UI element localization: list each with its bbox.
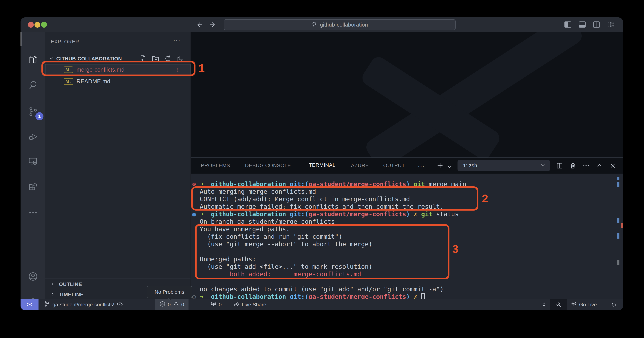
- sidebar-item-remote-explorer[interactable]: [20, 151, 45, 171]
- split-terminal-icon[interactable]: [556, 162, 563, 169]
- tab-azure[interactable]: AZURE: [351, 158, 369, 173]
- toggle-secondary-sidebar-icon[interactable]: [592, 20, 601, 29]
- new-terminal-dropdown-icon[interactable]: [446, 163, 453, 170]
- commit-status-icon[interactable]: [541, 299, 547, 310]
- navigate-back-icon[interactable]: [195, 21, 203, 29]
- search-title: github-collaboration: [320, 22, 368, 28]
- chevron-right-icon: [50, 292, 55, 298]
- navigate-forward-icon[interactable]: [209, 21, 217, 29]
- close-traffic-light[interactable]: [28, 22, 34, 28]
- scroll-mark: [618, 177, 620, 180]
- notifications-bell-icon[interactable]: [611, 299, 617, 310]
- annotation-box-3: [195, 224, 450, 279]
- branch-status-item[interactable]: ga-student/merge-conflicts!: [44, 299, 123, 310]
- go-live-broadcast-icon: [571, 301, 577, 308]
- no-problems-tooltip: No Problems: [147, 286, 192, 298]
- errors-icon: [159, 301, 166, 308]
- warnings-icon: [173, 301, 179, 308]
- live-share-status-item[interactable]: Live Share: [233, 299, 266, 310]
- zoom-status-item[interactable]: [550, 299, 567, 310]
- annotation-box-2: [191, 186, 478, 210]
- ports-count: 0: [219, 302, 222, 308]
- zoom-traffic-light[interactable]: [41, 22, 47, 28]
- annotation-box-1: [42, 61, 196, 76]
- scroll-mark: [618, 182, 620, 187]
- chevron-down-icon: [540, 162, 546, 169]
- customize-layout-icon[interactable]: [606, 20, 615, 29]
- chevron-right-icon: [50, 281, 55, 287]
- minimize-traffic-light[interactable]: [34, 22, 40, 28]
- broadcast-tower-icon: [210, 301, 216, 308]
- go-live-label: Go Live: [579, 302, 597, 308]
- maximize-panel-icon[interactable]: [596, 162, 603, 169]
- git-branch-icon: [44, 301, 50, 308]
- publish-cloud-icon: [116, 301, 123, 308]
- editor-area: [191, 32, 623, 158]
- account-icon[interactable]: [20, 266, 45, 287]
- toggle-sidebar-icon[interactable]: [564, 20, 572, 29]
- tab-problems[interactable]: PROBLEMS: [201, 158, 230, 173]
- scroll-mark: [618, 233, 620, 239]
- live-share-icon: [233, 301, 240, 308]
- markdown-file-icon: M↓: [64, 78, 73, 85]
- go-live-status-item[interactable]: Go Live: [571, 299, 597, 310]
- sidebar-item-extensions[interactable]: [20, 177, 45, 198]
- close-panel-icon[interactable]: [609, 162, 616, 169]
- kill-terminal-trash-icon[interactable]: [569, 162, 576, 169]
- scm-badge: 1: [36, 112, 44, 120]
- annotation-number-3: 3: [452, 242, 458, 255]
- branch-name: ga-student/merge-conflicts!: [52, 302, 114, 308]
- explorer-more-actions-icon[interactable]: ⋯: [173, 36, 181, 45]
- warning-count: 0: [181, 302, 184, 308]
- outline-label: OUTLINE: [59, 281, 82, 287]
- more-tabs-icon[interactable]: ⋯: [418, 163, 425, 170]
- active-view-indicator: [20, 32, 22, 46]
- panel-more-actions-icon[interactable]: [582, 162, 590, 169]
- tab-output[interactable]: OUTPUT: [383, 158, 405, 173]
- command-center-search[interactable]: github-collaboration: [224, 19, 456, 30]
- terminal-picker-label: 1: zsh: [463, 163, 477, 169]
- sidebar-item-run-debug[interactable]: [20, 127, 45, 147]
- search-icon: [312, 21, 318, 28]
- tab-debug-console[interactable]: DEBUG CONSOLE: [245, 158, 291, 173]
- toggle-panel-icon[interactable]: [578, 20, 586, 29]
- live-share-label: Live Share: [242, 302, 266, 308]
- sidebar-item-search[interactable]: [20, 75, 45, 95]
- new-terminal-icon[interactable]: [436, 162, 444, 169]
- more-views-icon[interactable]: [20, 203, 45, 223]
- tooltip-text: No Problems: [154, 289, 184, 295]
- title-bar: github-collaboration: [20, 17, 623, 32]
- timeline-label: TIMELINE: [59, 292, 84, 298]
- annotation-number-2: 2: [482, 192, 488, 205]
- explorer-title: EXPLORER: [51, 39, 79, 45]
- scroll-mark: [618, 218, 620, 223]
- remote-indicator-button[interactable]: ><: [20, 299, 38, 310]
- status-bar: >< ga-student/merge-conflicts! 0 0: [20, 299, 623, 310]
- tab-terminal[interactable]: TERMINAL: [309, 158, 336, 173]
- panel-tab-bar: PROBLEMS DEBUG CONSOLE TERMINAL AZURE OU…: [191, 158, 623, 173]
- ports-status-item[interactable]: 0: [210, 299, 222, 310]
- file-name: README.md: [76, 78, 110, 85]
- sidebar-item-source-control[interactable]: 1: [20, 102, 45, 122]
- annotation-number-1: 1: [198, 61, 205, 75]
- error-count: 0: [168, 302, 171, 308]
- file-row-readme[interactable]: M↓ README.md: [45, 76, 190, 87]
- terminal-picker[interactable]: 1: zsh: [458, 160, 550, 171]
- scroll-mark: [618, 260, 620, 265]
- scroll-mark: [621, 223, 623, 228]
- problems-status-item[interactable]: 0 0: [155, 299, 188, 310]
